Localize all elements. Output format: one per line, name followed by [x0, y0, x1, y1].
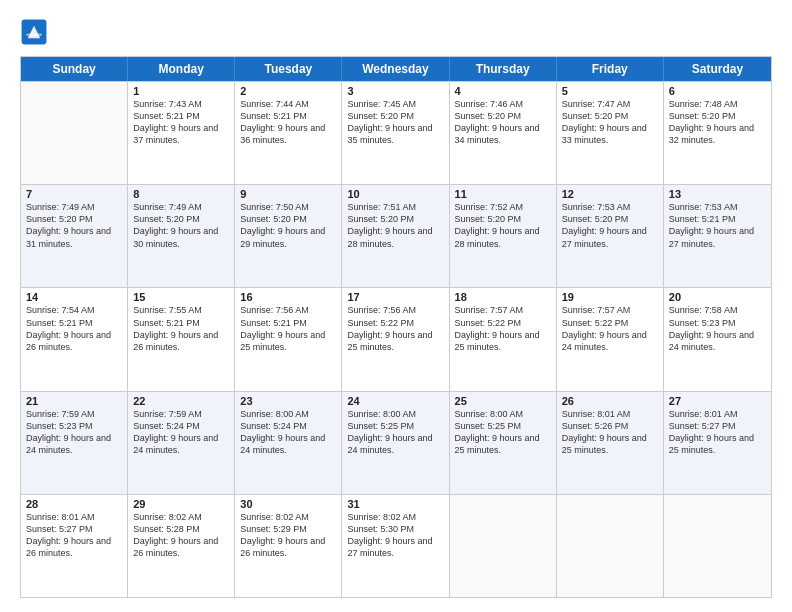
- calendar-day-cell: 26Sunrise: 8:01 AM Sunset: 5:26 PM Dayli…: [557, 392, 664, 494]
- calendar-day-cell: 21Sunrise: 7:59 AM Sunset: 5:23 PM Dayli…: [21, 392, 128, 494]
- calendar-day-cell: 20Sunrise: 7:58 AM Sunset: 5:23 PM Dayli…: [664, 288, 771, 390]
- day-info: Sunrise: 7:58 AM Sunset: 5:23 PM Dayligh…: [669, 304, 766, 353]
- day-info: Sunrise: 7:57 AM Sunset: 5:22 PM Dayligh…: [562, 304, 658, 353]
- calendar-day-cell: 30Sunrise: 8:02 AM Sunset: 5:29 PM Dayli…: [235, 495, 342, 597]
- day-info: Sunrise: 7:59 AM Sunset: 5:23 PM Dayligh…: [26, 408, 122, 457]
- calendar-day-cell: 4Sunrise: 7:46 AM Sunset: 5:20 PM Daylig…: [450, 82, 557, 184]
- day-number: 8: [133, 188, 229, 200]
- day-info: Sunrise: 8:02 AM Sunset: 5:29 PM Dayligh…: [240, 511, 336, 560]
- calendar-day-cell: 19Sunrise: 7:57 AM Sunset: 5:22 PM Dayli…: [557, 288, 664, 390]
- calendar-day-cell: 5Sunrise: 7:47 AM Sunset: 5:20 PM Daylig…: [557, 82, 664, 184]
- calendar-week-row: 28Sunrise: 8:01 AM Sunset: 5:27 PM Dayli…: [21, 494, 771, 597]
- day-number: 27: [669, 395, 766, 407]
- calendar-day-cell: 31Sunrise: 8:02 AM Sunset: 5:30 PM Dayli…: [342, 495, 449, 597]
- page: SundayMondayTuesdayWednesdayThursdayFrid…: [0, 0, 792, 612]
- calendar-day-cell: 12Sunrise: 7:53 AM Sunset: 5:20 PM Dayli…: [557, 185, 664, 287]
- day-info: Sunrise: 7:53 AM Sunset: 5:21 PM Dayligh…: [669, 201, 766, 250]
- day-number: 24: [347, 395, 443, 407]
- calendar-day-cell: 28Sunrise: 8:01 AM Sunset: 5:27 PM Dayli…: [21, 495, 128, 597]
- calendar-day-cell: 16Sunrise: 7:56 AM Sunset: 5:21 PM Dayli…: [235, 288, 342, 390]
- day-number: 5: [562, 85, 658, 97]
- day-info: Sunrise: 7:52 AM Sunset: 5:20 PM Dayligh…: [455, 201, 551, 250]
- day-info: Sunrise: 7:44 AM Sunset: 5:21 PM Dayligh…: [240, 98, 336, 147]
- day-info: Sunrise: 7:46 AM Sunset: 5:20 PM Dayligh…: [455, 98, 551, 147]
- calendar-body: 1Sunrise: 7:43 AM Sunset: 5:21 PM Daylig…: [21, 81, 771, 597]
- calendar-day-cell: 6Sunrise: 7:48 AM Sunset: 5:20 PM Daylig…: [664, 82, 771, 184]
- calendar-day-header: Wednesday: [342, 57, 449, 81]
- calendar-week-row: 7Sunrise: 7:49 AM Sunset: 5:20 PM Daylig…: [21, 184, 771, 287]
- day-info: Sunrise: 8:02 AM Sunset: 5:30 PM Dayligh…: [347, 511, 443, 560]
- day-info: Sunrise: 7:55 AM Sunset: 5:21 PM Dayligh…: [133, 304, 229, 353]
- day-info: Sunrise: 7:45 AM Sunset: 5:20 PM Dayligh…: [347, 98, 443, 147]
- day-info: Sunrise: 7:50 AM Sunset: 5:20 PM Dayligh…: [240, 201, 336, 250]
- day-info: Sunrise: 7:54 AM Sunset: 5:21 PM Dayligh…: [26, 304, 122, 353]
- calendar-day-header: Monday: [128, 57, 235, 81]
- day-info: Sunrise: 7:47 AM Sunset: 5:20 PM Dayligh…: [562, 98, 658, 147]
- day-number: 28: [26, 498, 122, 510]
- calendar-empty-cell: [21, 82, 128, 184]
- calendar-day-header: Friday: [557, 57, 664, 81]
- day-number: 19: [562, 291, 658, 303]
- day-number: 22: [133, 395, 229, 407]
- day-number: 31: [347, 498, 443, 510]
- day-number: 15: [133, 291, 229, 303]
- calendar-day-cell: 17Sunrise: 7:56 AM Sunset: 5:22 PM Dayli…: [342, 288, 449, 390]
- calendar-day-cell: 10Sunrise: 7:51 AM Sunset: 5:20 PM Dayli…: [342, 185, 449, 287]
- day-number: 30: [240, 498, 336, 510]
- day-info: Sunrise: 7:53 AM Sunset: 5:20 PM Dayligh…: [562, 201, 658, 250]
- logo-icon: [20, 18, 48, 46]
- calendar-day-cell: 1Sunrise: 7:43 AM Sunset: 5:21 PM Daylig…: [128, 82, 235, 184]
- day-number: 20: [669, 291, 766, 303]
- day-number: 9: [240, 188, 336, 200]
- day-number: 7: [26, 188, 122, 200]
- calendar-day-cell: 27Sunrise: 8:01 AM Sunset: 5:27 PM Dayli…: [664, 392, 771, 494]
- calendar-day-cell: 7Sunrise: 7:49 AM Sunset: 5:20 PM Daylig…: [21, 185, 128, 287]
- calendar-day-cell: 2Sunrise: 7:44 AM Sunset: 5:21 PM Daylig…: [235, 82, 342, 184]
- calendar-day-header: Saturday: [664, 57, 771, 81]
- day-info: Sunrise: 7:49 AM Sunset: 5:20 PM Dayligh…: [26, 201, 122, 250]
- day-number: 1: [133, 85, 229, 97]
- day-info: Sunrise: 7:56 AM Sunset: 5:21 PM Dayligh…: [240, 304, 336, 353]
- calendar-day-cell: 11Sunrise: 7:52 AM Sunset: 5:20 PM Dayli…: [450, 185, 557, 287]
- calendar-day-cell: 24Sunrise: 8:00 AM Sunset: 5:25 PM Dayli…: [342, 392, 449, 494]
- calendar-empty-cell: [557, 495, 664, 597]
- svg-rect-2: [26, 34, 42, 36]
- day-number: 4: [455, 85, 551, 97]
- calendar-day-cell: 3Sunrise: 7:45 AM Sunset: 5:20 PM Daylig…: [342, 82, 449, 184]
- day-number: 2: [240, 85, 336, 97]
- calendar-day-cell: 9Sunrise: 7:50 AM Sunset: 5:20 PM Daylig…: [235, 185, 342, 287]
- day-number: 11: [455, 188, 551, 200]
- calendar-week-row: 1Sunrise: 7:43 AM Sunset: 5:21 PM Daylig…: [21, 81, 771, 184]
- calendar-day-header: Tuesday: [235, 57, 342, 81]
- day-info: Sunrise: 8:02 AM Sunset: 5:28 PM Dayligh…: [133, 511, 229, 560]
- day-info: Sunrise: 7:57 AM Sunset: 5:22 PM Dayligh…: [455, 304, 551, 353]
- calendar-empty-cell: [450, 495, 557, 597]
- day-info: Sunrise: 8:01 AM Sunset: 5:27 PM Dayligh…: [26, 511, 122, 560]
- calendar-empty-cell: [664, 495, 771, 597]
- day-number: 10: [347, 188, 443, 200]
- day-number: 18: [455, 291, 551, 303]
- day-info: Sunrise: 7:56 AM Sunset: 5:22 PM Dayligh…: [347, 304, 443, 353]
- calendar-day-cell: 15Sunrise: 7:55 AM Sunset: 5:21 PM Dayli…: [128, 288, 235, 390]
- day-number: 13: [669, 188, 766, 200]
- day-info: Sunrise: 8:00 AM Sunset: 5:24 PM Dayligh…: [240, 408, 336, 457]
- day-number: 25: [455, 395, 551, 407]
- day-info: Sunrise: 7:48 AM Sunset: 5:20 PM Dayligh…: [669, 98, 766, 147]
- calendar-week-row: 14Sunrise: 7:54 AM Sunset: 5:21 PM Dayli…: [21, 287, 771, 390]
- calendar: SundayMondayTuesdayWednesdayThursdayFrid…: [20, 56, 772, 598]
- calendar-day-cell: 18Sunrise: 7:57 AM Sunset: 5:22 PM Dayli…: [450, 288, 557, 390]
- day-info: Sunrise: 7:43 AM Sunset: 5:21 PM Dayligh…: [133, 98, 229, 147]
- day-number: 29: [133, 498, 229, 510]
- calendar-day-cell: 8Sunrise: 7:49 AM Sunset: 5:20 PM Daylig…: [128, 185, 235, 287]
- day-info: Sunrise: 8:01 AM Sunset: 5:26 PM Dayligh…: [562, 408, 658, 457]
- day-info: Sunrise: 8:00 AM Sunset: 5:25 PM Dayligh…: [347, 408, 443, 457]
- day-number: 12: [562, 188, 658, 200]
- calendar-day-header: Thursday: [450, 57, 557, 81]
- day-number: 16: [240, 291, 336, 303]
- calendar-day-cell: 13Sunrise: 7:53 AM Sunset: 5:21 PM Dayli…: [664, 185, 771, 287]
- day-number: 23: [240, 395, 336, 407]
- calendar-day-cell: 22Sunrise: 7:59 AM Sunset: 5:24 PM Dayli…: [128, 392, 235, 494]
- calendar-day-cell: 23Sunrise: 8:00 AM Sunset: 5:24 PM Dayli…: [235, 392, 342, 494]
- day-number: 26: [562, 395, 658, 407]
- day-number: 3: [347, 85, 443, 97]
